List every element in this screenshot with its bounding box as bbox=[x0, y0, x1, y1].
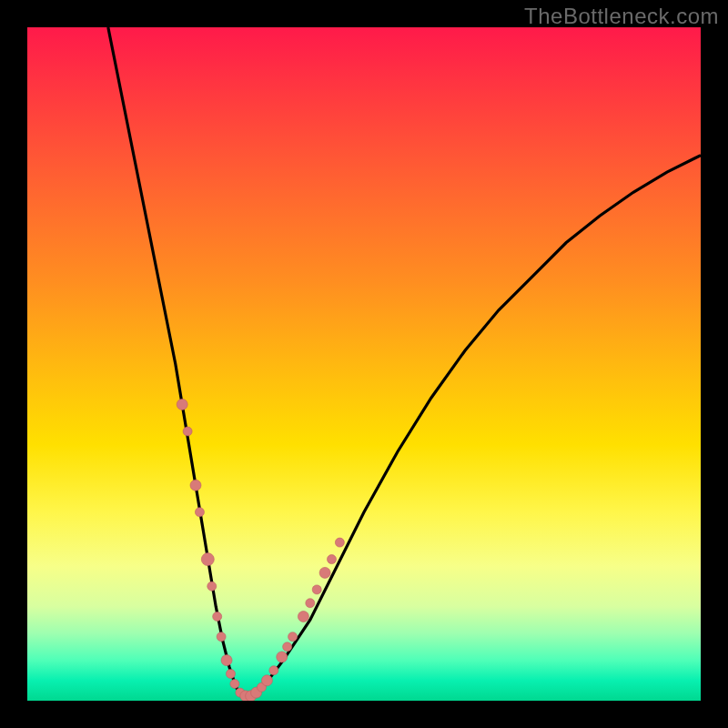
chart-frame: TheBottleneck.com bbox=[0, 0, 728, 728]
data-point bbox=[298, 612, 308, 622]
watermark-text: TheBottleneck.com bbox=[524, 4, 719, 29]
data-point bbox=[183, 427, 192, 436]
data-point bbox=[288, 632, 298, 642]
data-point bbox=[319, 567, 330, 578]
data-point bbox=[306, 599, 315, 608]
data-point bbox=[221, 655, 232, 666]
data-point bbox=[277, 652, 288, 662]
data-point bbox=[283, 642, 292, 652]
data-point-group bbox=[177, 399, 344, 701]
plot-area bbox=[27, 27, 701, 701]
bottleneck-curve bbox=[108, 27, 701, 697]
data-point bbox=[230, 680, 239, 689]
data-point bbox=[327, 555, 336, 564]
data-point bbox=[207, 581, 217, 591]
plot-svg bbox=[27, 27, 701, 701]
data-point bbox=[213, 612, 222, 622]
data-point bbox=[177, 399, 187, 410]
data-point bbox=[217, 632, 226, 642]
data-point bbox=[269, 666, 278, 675]
data-point bbox=[335, 538, 344, 547]
data-point bbox=[226, 669, 235, 678]
data-point bbox=[201, 553, 214, 566]
data-point bbox=[190, 480, 201, 490]
data-point bbox=[261, 675, 272, 686]
data-point bbox=[195, 508, 204, 517]
data-point bbox=[312, 585, 321, 594]
